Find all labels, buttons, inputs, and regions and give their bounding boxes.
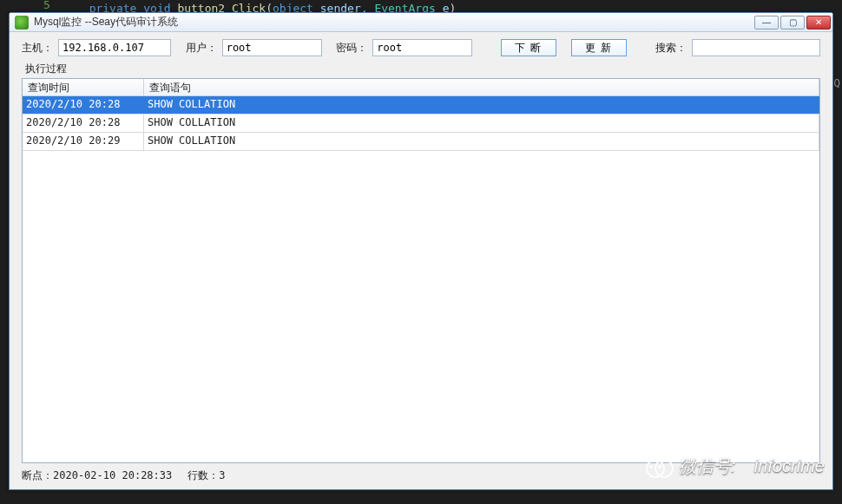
password-label: 密码： bbox=[336, 41, 367, 56]
search-label: 搜索： bbox=[655, 41, 687, 56]
cell-time: 2020/2/10 20:28 bbox=[23, 96, 144, 114]
cell-time: 2020/2/10 20:28 bbox=[23, 115, 144, 132]
cell-time: 2020/2/10 20:29 bbox=[23, 133, 144, 150]
password-input[interactable] bbox=[372, 39, 472, 56]
cell-sql: SHOW COLLATION bbox=[144, 115, 819, 132]
titlebar[interactable]: Mysql监控 --Seay代码审计系统 — ▢ ✕ bbox=[10, 13, 832, 32]
window-title: Mysql监控 --Seay代码审计系统 bbox=[34, 15, 754, 29]
close-button[interactable]: ✕ bbox=[806, 16, 831, 29]
host-label: 主机： bbox=[22, 41, 53, 56]
window-controls: — ▢ ✕ bbox=[754, 16, 831, 29]
connection-form: 主机： 用户： 密码： 下断 更新 搜索： bbox=[10, 32, 832, 60]
user-input[interactable] bbox=[222, 39, 322, 56]
column-header-sql[interactable]: 查询语句 bbox=[144, 79, 819, 95]
section-label: 执行过程 bbox=[10, 60, 832, 78]
grid-body[interactable]: 2020/2/10 20:28SHOW COLLATION2020/2/10 2… bbox=[23, 96, 819, 462]
break-button[interactable]: 下断 bbox=[501, 39, 556, 56]
cell-sql: SHOW COLLATION bbox=[144, 133, 819, 150]
column-header-time[interactable]: 查询时间 bbox=[23, 79, 144, 95]
table-row[interactable]: 2020/2/10 20:28SHOW COLLATION bbox=[23, 115, 819, 133]
minimize-button[interactable]: — bbox=[754, 16, 779, 29]
user-label: 用户： bbox=[186, 41, 217, 56]
query-grid: 查询时间 查询语句 2020/2/10 20:28SHOW COLLATION2… bbox=[22, 78, 820, 463]
app-window: Mysql监控 --Seay代码审计系统 — ▢ ✕ 主机： 用户： 密码： 下… bbox=[9, 12, 833, 490]
status-bar: 断点：2020-02-10 20:28:33 行数：3 bbox=[22, 468, 820, 483]
table-row[interactable]: 2020/2/10 20:28SHOW COLLATION bbox=[23, 96, 819, 115]
line-number: 5 bbox=[43, 3, 50, 7]
editor-background: 5 private void button2_Click(object send… bbox=[0, 0, 842, 12]
search-input[interactable] bbox=[692, 39, 820, 56]
host-input[interactable] bbox=[58, 39, 171, 56]
maximize-button[interactable]: ▢ bbox=[780, 16, 805, 29]
gutter-char: Q bbox=[833, 76, 840, 89]
table-row[interactable]: 2020/2/10 20:29SHOW COLLATION bbox=[23, 133, 819, 151]
grid-header: 查询时间 查询语句 bbox=[23, 79, 819, 96]
row-count-status: 行数：3 bbox=[187, 468, 225, 483]
cell-sql: SHOW COLLATION bbox=[144, 96, 819, 114]
refresh-button[interactable]: 更新 bbox=[571, 39, 627, 56]
app-icon bbox=[15, 16, 29, 29]
breakpoint-status: 断点：2020-02-10 20:28:33 bbox=[22, 468, 172, 483]
